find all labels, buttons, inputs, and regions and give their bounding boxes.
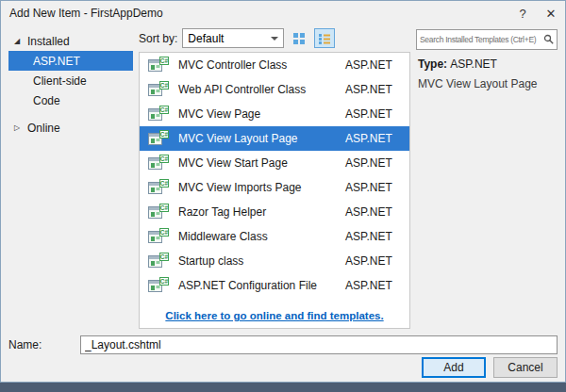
search-box[interactable]	[416, 29, 558, 50]
tree-node-installed[interactable]: ◢ Installed	[8, 31, 133, 51]
search-input[interactable]	[417, 30, 541, 49]
template-name: Startup class	[178, 254, 345, 268]
cancel-button[interactable]: Cancel	[493, 357, 558, 378]
csharp-template-icon: C#	[147, 80, 170, 99]
csharp-template-icon: C#	[147, 227, 170, 246]
csharp-template-icon: C#	[147, 105, 170, 123]
svg-text:C#: C#	[160, 82, 169, 89]
name-label: Name:	[8, 338, 80, 351]
sort-by-value: Default	[188, 32, 267, 45]
template-name: MVC View Start Page	[178, 156, 345, 170]
list-view-icon	[318, 32, 331, 45]
template-name: MVC View Layout Page	[178, 132, 345, 145]
template-row[interactable]: C# MVC View Start Page ASP.NET	[140, 151, 409, 175]
add-button[interactable]: Add	[422, 357, 486, 378]
template-row[interactable]: C# MVC View Layout Page ASP.NET	[140, 126, 409, 151]
svg-text:C#: C#	[160, 155, 169, 162]
category-tree: ◢ Installed ASP.NET Client-side Code ▷ O…	[8, 27, 133, 329]
template-name: MVC View Page	[178, 107, 345, 121]
csharp-template-icon: C#	[147, 178, 170, 197]
list-toolbar: Sort by: Default	[139, 27, 410, 52]
button-row: Add Cancel	[8, 357, 558, 378]
template-row[interactable]: C# Middleware Class ASP.NET	[140, 224, 409, 249]
window-controls: ? ✕	[508, 1, 565, 25]
svg-text:C#: C#	[160, 131, 169, 138]
template-category: ASP.NET	[345, 156, 404, 170]
svg-text:C#: C#	[160, 278, 169, 285]
type-label: Type:	[418, 57, 447, 71]
svg-text:C#: C#	[160, 106, 169, 113]
svg-text:C#: C#	[160, 253, 169, 260]
dialog-footer: Name: Add Cancel	[1, 333, 565, 382]
collapse-triangle-icon[interactable]: ◢	[12, 37, 22, 45]
online-templates-link[interactable]: Click here to go online and find templat…	[165, 310, 383, 321]
template-row[interactable]: C# Startup class ASP.NET	[140, 249, 409, 273]
template-name: Razor Tag Helper	[178, 205, 345, 219]
tree-label-installed: Installed	[27, 35, 70, 48]
list-spacer	[140, 298, 409, 305]
link-row: Click here to go online and find templat…	[140, 305, 409, 328]
template-row[interactable]: C# Razor Tag Helper ASP.NET	[140, 200, 409, 224]
name-row: Name:	[8, 335, 558, 354]
svg-text:C#: C#	[160, 180, 169, 187]
tree-label-code: Code	[33, 94, 60, 107]
csharp-template-icon: C#	[147, 252, 170, 270]
template-name: ASP.NET Configuration File	[178, 279, 345, 292]
template-category: ASP.NET	[345, 254, 404, 268]
csharp-template-icon: C#	[147, 154, 170, 172]
template-category: ASP.NET	[345, 205, 404, 219]
csharp-template-icon: C#	[147, 203, 170, 221]
help-button[interactable]: ?	[508, 1, 537, 25]
list-view-button[interactable]	[314, 28, 335, 48]
template-name: Web API Controller Class	[178, 83, 345, 96]
tree-label-online: Online	[27, 122, 60, 135]
template-category: ASP.NET	[345, 58, 404, 72]
template-name: MVC View Imports Page	[178, 181, 345, 194]
tree-node-online[interactable]: ▷ Online	[8, 118, 133, 138]
template-category: ASP.NET	[345, 279, 404, 292]
close-button[interactable]: ✕	[537, 1, 565, 25]
small-icons-view-icon	[292, 32, 306, 45]
template-category: ASP.NET	[345, 132, 404, 145]
template-row[interactable]: C# MVC Controller Class ASP.NET	[140, 53, 409, 77]
tree-node-code[interactable]: Code	[8, 90, 133, 110]
name-input[interactable]	[80, 335, 558, 354]
small-icons-view-button[interactable]	[289, 28, 309, 48]
template-name: MVC Controller Class	[178, 58, 345, 72]
template-row[interactable]: C# Web API Controller Class ASP.NET	[140, 77, 409, 102]
template-row[interactable]: C# ASP.NET Configuration File ASP.NET	[140, 273, 409, 298]
tree-node-aspnet[interactable]: ASP.NET	[8, 51, 133, 71]
chevron-down-icon	[271, 37, 278, 41]
sort-by-dropdown[interactable]: Default	[182, 28, 284, 48]
details-pane: Type:ASP.NET MVC View Layout Page	[416, 27, 558, 329]
csharp-template-icon: C#	[147, 129, 170, 148]
csharp-template-icon: C#	[147, 276, 170, 295]
add-new-item-dialog: Add New Item - FirstAppDemo ? ✕ ◢ Instal…	[0, 0, 566, 383]
help-icon: ?	[519, 7, 525, 21]
search-icon[interactable]	[541, 34, 557, 45]
tree-label-client-side: Client-side	[33, 74, 87, 88]
template-details: Type:ASP.NET MVC View Layout Page	[416, 50, 558, 98]
svg-text:C#: C#	[160, 229, 169, 236]
template-name: Middleware Class	[178, 230, 345, 243]
dialog-content: ◢ Installed ASP.NET Client-side Code ▷ O…	[1, 25, 565, 333]
template-row[interactable]: C# MVC View Imports Page ASP.NET	[140, 175, 409, 200]
template-list: C# MVC Controller Class ASP.NET C# Web A…	[139, 52, 410, 329]
tree-label-aspnet: ASP.NET	[33, 55, 80, 68]
tree-node-client-side[interactable]: Client-side	[8, 71, 133, 90]
sort-by-label: Sort by:	[139, 32, 177, 45]
svg-text:C#: C#	[160, 57, 169, 64]
close-icon: ✕	[546, 7, 557, 21]
expand-triangle-icon[interactable]: ▷	[12, 123, 22, 132]
window-title: Add New Item - FirstAppDemo	[9, 7, 163, 20]
titlebar: Add New Item - FirstAppDemo ? ✕	[1, 1, 565, 25]
template-pane: Sort by: Default C# MVC Controller Class…	[139, 27, 410, 329]
template-category: ASP.NET	[345, 107, 404, 121]
template-description: MVC View Layout Page	[418, 77, 556, 90]
desktop-background	[0, 383, 566, 392]
type-value: ASP.NET	[450, 57, 497, 71]
template-category: ASP.NET	[345, 230, 404, 243]
csharp-template-icon: C#	[147, 56, 170, 74]
template-category: ASP.NET	[345, 83, 404, 96]
template-row[interactable]: C# MVC View Page ASP.NET	[140, 102, 409, 126]
